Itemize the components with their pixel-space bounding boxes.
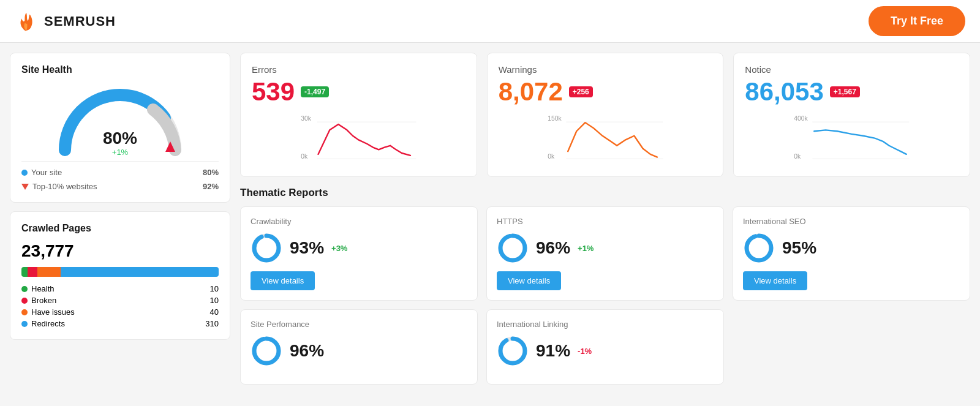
errors-value: 539 (252, 77, 295, 107)
gauge-svg: 80% +1% (53, 83, 187, 156)
logo-text: SEMRUSH (44, 13, 116, 29)
intl-seo-donut (743, 232, 775, 264)
crawled-pages-card: Crawled Pages 23,777 Health 10 Broken (10, 211, 230, 340)
warnings-value: 8,072 (499, 77, 563, 107)
crawlability-donut (251, 232, 282, 264)
site-perf-value: 96% (290, 341, 324, 361)
warnings-card: Warnings 8,072 +256 150k 0k (487, 53, 724, 177)
broken-val: 10 (210, 296, 219, 305)
intl-seo-value: 95% (782, 238, 816, 258)
crawled-bar (21, 267, 219, 277)
health-dot (21, 286, 28, 292)
warnings-sparkline: 150k 0k (499, 114, 712, 163)
top10-triangle (21, 184, 29, 190)
your-site-value: 80% (203, 168, 219, 177)
thematic-https: HTTPS 96% +1% View details (486, 206, 724, 301)
broken-dot (21, 298, 28, 304)
crawlability-change: +3% (331, 244, 347, 253)
redirects-val: 310 (205, 319, 219, 328)
svg-text:30k: 30k (301, 115, 312, 122)
legend-redirects: Redirects 310 (21, 319, 219, 328)
crawlability-value: 93% (290, 238, 324, 258)
intl-linking-change: -1% (578, 347, 592, 356)
thematic-international-seo: International SEO 95% View details (733, 206, 970, 301)
bar-issues (37, 267, 61, 277)
legend-broken: Broken 10 (21, 296, 219, 305)
health-label: Health (31, 284, 55, 293)
issues-dot (21, 309, 28, 315)
redirects-dot (21, 321, 28, 327)
try-it-free-button[interactable]: Try It Free (869, 6, 965, 36)
svg-point-23 (254, 339, 279, 363)
crawlability-title: Crawlability (251, 217, 467, 226)
sidebar: Site Health 80% +1% (10, 53, 230, 385)
intl-seo-title: International SEO (743, 217, 960, 226)
intl-linking-value: 91% (536, 341, 570, 361)
intl-seo-view-btn[interactable]: View details (743, 271, 807, 290)
crawled-pages-title: Crawled Pages (21, 223, 219, 234)
header: SEMRUSH Try It Free (0, 0, 980, 43)
https-view-btn[interactable]: View details (497, 271, 561, 290)
notice-value: 86,053 (745, 77, 823, 107)
svg-point-25 (500, 339, 525, 363)
errors-card: Errors 539 -1,497 30k 0k (240, 53, 477, 177)
svg-point-19 (500, 236, 525, 260)
svg-text:0k: 0k (794, 153, 802, 160)
thematic-crawlability: Crawlability 93% +3% View details (240, 206, 478, 301)
site-perf-donut (251, 335, 282, 367)
metrics-row: Errors 539 -1,497 30k 0k Warnings 8,072 (240, 53, 970, 177)
svg-text:0k: 0k (301, 153, 308, 160)
top10-value: 92% (203, 182, 219, 191)
crawled-total: 23,777 (21, 241, 219, 261)
your-site-label: Your site (31, 168, 62, 177)
svg-point-21 (747, 236, 771, 260)
notice-label: Notice (745, 64, 959, 75)
thematic-reports-section: Thematic Reports Crawlability 93% +3% Vi… (240, 187, 970, 385)
svg-point-17 (254, 236, 279, 260)
legend-health: Health 10 (21, 284, 219, 293)
divider (21, 161, 219, 162)
errors-label: Errors (252, 64, 466, 75)
https-value: 96% (536, 238, 570, 258)
site-health-card: Site Health 80% +1% (10, 53, 230, 203)
thematic-grid: Crawlability 93% +3% View details HTTPS (240, 206, 970, 385)
svg-text:0k: 0k (548, 153, 555, 160)
notice-badge: +1,567 (830, 86, 860, 97)
crawlability-metric: 93% +3% (251, 232, 467, 264)
svg-text:400k: 400k (794, 115, 809, 122)
notice-sparkline: 400k 0k (745, 114, 959, 163)
intl-linking-title: International Linking (497, 320, 714, 329)
your-site-dot (21, 170, 28, 176)
issues-label: Have issues (31, 307, 75, 317)
redirects-label: Redirects (31, 319, 65, 328)
bar-health (21, 267, 28, 277)
issues-val: 40 (210, 307, 219, 317)
bar-broken (28, 267, 37, 277)
site-perf-metric: 96% (251, 335, 467, 367)
warnings-label: Warnings (499, 64, 712, 75)
top10-label: Top-10% websites (32, 182, 97, 191)
legend-top10: Top-10% websites 92% (21, 182, 219, 191)
legend-issues: Have issues 40 (21, 307, 219, 317)
svg-text:80%: 80% (103, 129, 137, 148)
errors-sparkline: 30k 0k (252, 114, 466, 163)
legend-your-site: Your site 80% (21, 168, 219, 177)
site-perf-title: Site Perfomance (251, 320, 467, 329)
thematic-international-linking: International Linking 91% -1% (486, 309, 724, 385)
notice-card: Notice 86,053 +1,567 400k 0k (733, 53, 970, 177)
errors-value-row: 539 -1,497 (252, 77, 466, 107)
bar-redirects (61, 267, 219, 277)
svg-text:150k: 150k (548, 115, 562, 122)
notice-value-row: 86,053 +1,567 (745, 77, 959, 107)
thematic-title: Thematic Reports (240, 187, 970, 199)
health-val: 10 (210, 284, 219, 293)
main-content: Site Health 80% +1% (0, 43, 980, 394)
intl-linking-metric: 91% -1% (497, 335, 714, 367)
crawlability-view-btn[interactable]: View details (251, 271, 315, 290)
https-title: HTTPS (497, 217, 714, 226)
warnings-badge: +256 (569, 86, 593, 97)
intl-seo-metric: 95% (743, 232, 960, 264)
svg-text:+1%: +1% (112, 148, 129, 156)
errors-badge: -1,497 (301, 86, 329, 97)
site-health-title: Site Health (21, 64, 219, 75)
